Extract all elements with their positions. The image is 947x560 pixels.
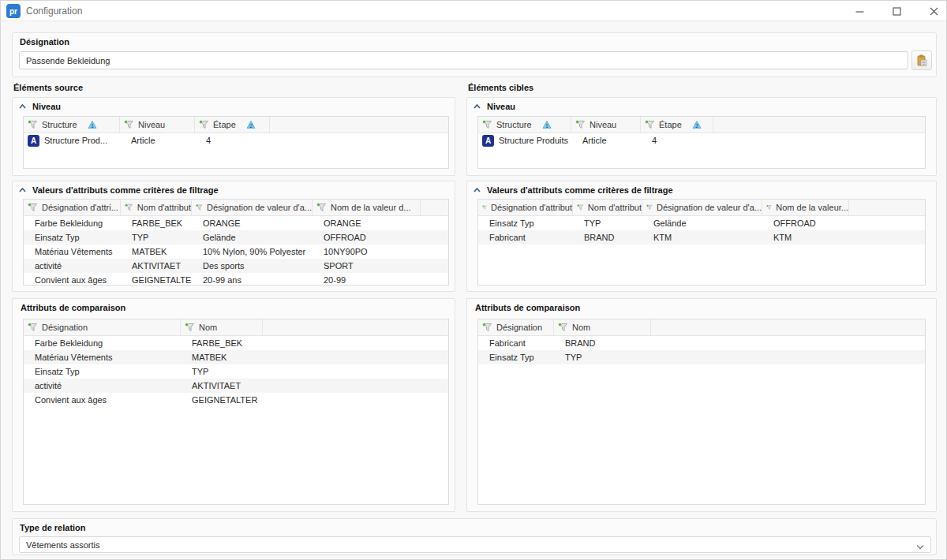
- relation-type-select[interactable]: Vêtements assortis: [19, 536, 931, 553]
- cell: 20-99: [313, 275, 421, 285]
- source-filter-header[interactable]: Valeurs d'attributs comme critères de fi…: [13, 181, 455, 199]
- column-header-label: Désignation d'attri...: [42, 203, 118, 212]
- cell-niveau: Article: [571, 136, 641, 145]
- column-header-label: Nom: [199, 323, 217, 332]
- filter-funnel-icon: [645, 120, 655, 129]
- filter-funnel-icon: [482, 323, 492, 332]
- source-niveau-header[interactable]: Niveau: [13, 98, 455, 115]
- cell: AKTIVITAET: [181, 381, 263, 390]
- column-header-label: Nom d'attribut: [588, 203, 642, 212]
- table-row[interactable]: Farbe Bekleidung FARBE_BEK: [24, 336, 448, 350]
- cell: Einsatz Typ: [24, 233, 121, 242]
- column-header-label: Désignation: [42, 323, 88, 332]
- minimize-icon: [855, 7, 864, 16]
- cell: BRAND: [554, 338, 651, 348]
- table-header-row: Structure 1 Niveau Étape 2: [478, 117, 925, 133]
- close-icon: [930, 7, 938, 16]
- column-header[interactable]: Nom d'attribut: [121, 200, 192, 215]
- table-row[interactable]: Farbe Bekleidung FARBE_BEK ORANGE ORANGE: [24, 216, 448, 230]
- table-row[interactable]: Einsatz Typ TYP Gelände OFFROAD: [24, 230, 448, 245]
- table-header-row: Désignation d'attri... Nom d'attribut Dé…: [24, 200, 448, 216]
- cell: Einsatz Typ: [478, 353, 554, 362]
- column-header[interactable]: Désignation: [24, 319, 181, 335]
- source-column-title: Éléments source: [13, 83, 83, 92]
- column-header[interactable]: Désignation de valeur d'a...: [192, 200, 313, 215]
- column-header[interactable]: Nom d'attribut: [573, 200, 642, 215]
- cell: ORANGE: [192, 218, 313, 228]
- table-row[interactable]: Convient aux âges GEIGNETALTER: [24, 393, 448, 407]
- collapse-chevron-icon: [19, 104, 26, 109]
- table-row[interactable]: Einsatz Typ TYP: [478, 350, 925, 364]
- target-comparison-title: Attributs de comparaison: [475, 303, 580, 312]
- column-header[interactable]: Nom: [554, 319, 651, 335]
- cell: Convient aux âges: [24, 395, 181, 405]
- collapse-chevron-icon: [474, 104, 481, 109]
- column-header-etape[interactable]: Étape 2: [641, 117, 713, 133]
- filter-funnel-icon: [482, 120, 492, 129]
- source-comparison-panel: Attributs de comparaison Désignation Nom…: [12, 298, 455, 512]
- source-niveau-table: Structure 1 Niveau Étape 2 AStructure Pr…: [23, 116, 449, 169]
- column-header-niveau[interactable]: Niveau: [120, 117, 195, 133]
- column-header-label: Nom: [572, 323, 590, 332]
- designation-label: Désignation: [20, 37, 69, 47]
- table-row[interactable]: activité AKTIVITAET: [24, 379, 448, 393]
- column-header-etape[interactable]: Étape 2: [195, 117, 270, 133]
- filter-funnel-icon: [316, 203, 327, 212]
- target-niveau-header[interactable]: Niveau: [467, 98, 936, 115]
- column-header[interactable]: Désignation de valeur d'a...: [642, 200, 762, 215]
- table-row[interactable]: Einsatz Typ TYP Gelände OFFROAD: [478, 216, 925, 230]
- column-header[interactable]: Nom de la valeur...: [762, 200, 849, 215]
- cell: Gelände: [642, 218, 762, 228]
- cell: KTM: [762, 233, 849, 242]
- paste-button[interactable]: [911, 50, 932, 70]
- table-row[interactable]: AStructure Prod... Article 4: [24, 133, 448, 147]
- table-row[interactable]: Matériau Vêtements MATBEK 10% Nylon, 90%…: [24, 245, 448, 259]
- cell: Farbe Bekleidung: [24, 338, 181, 348]
- clipboard-icon: [915, 54, 928, 67]
- cell: OFFROAD: [762, 218, 849, 228]
- maximize-icon: [893, 7, 901, 16]
- column-header[interactable]: Désignation d'attribut: [478, 200, 573, 215]
- filter-funnel-icon: [28, 120, 38, 129]
- column-header[interactable]: Désignation: [478, 319, 554, 335]
- column-header[interactable]: Nom de la valeur d...: [313, 200, 421, 215]
- column-header-label: Désignation: [496, 323, 542, 332]
- column-header-spacer: [651, 319, 925, 335]
- maximize-button[interactable]: [890, 5, 903, 17]
- table-row[interactable]: AStructure Produits Article 4: [478, 133, 925, 147]
- column-header[interactable]: Nom: [181, 319, 263, 335]
- sort-rank-icon: 1: [88, 121, 97, 129]
- target-filter-header[interactable]: Valeurs d'attributs comme critères de fi…: [467, 181, 936, 199]
- cell: AKTIVITAET: [121, 261, 192, 271]
- close-button[interactable]: [927, 5, 940, 17]
- cell: Gelände: [192, 233, 313, 242]
- table-header-row: Désignation Nom: [24, 319, 448, 336]
- table-row[interactable]: Convient aux âges GEIGNETALTER 20-99 ans…: [24, 273, 448, 286]
- svg-text:2: 2: [249, 123, 253, 129]
- table-row[interactable]: Einsatz Typ TYP: [24, 364, 448, 379]
- source-comparison-header: Attributs de comparaison: [13, 299, 455, 316]
- cell: MATBEK: [121, 247, 192, 256]
- minimize-button[interactable]: [853, 5, 866, 17]
- column-header-niveau[interactable]: Niveau: [571, 117, 641, 133]
- cell: OFFROAD: [313, 233, 421, 242]
- svg-text:1: 1: [91, 123, 94, 129]
- table-row[interactable]: Fabricant BRAND KTM KTM: [478, 230, 925, 245]
- designation-input[interactable]: Passende Bekleidung: [19, 51, 908, 69]
- column-header[interactable]: Désignation d'attri...: [24, 200, 121, 215]
- structure-type-icon: A: [482, 135, 494, 147]
- table-row[interactable]: activité AKTIVITAET Des sports SPORT: [24, 259, 448, 273]
- column-header-structure[interactable]: Structure 1: [24, 117, 120, 133]
- configuration-window: pr Configuration Désignation Passende Be…: [0, 0, 947, 560]
- source-filter-table: Désignation d'attri... Nom d'attribut Dé…: [23, 199, 449, 286]
- filter-funnel-icon: [28, 323, 38, 332]
- chevron-down-icon: [916, 542, 924, 551]
- column-header-structure[interactable]: Structure 1: [478, 117, 571, 133]
- table-row[interactable]: Matériau Vêtements MATBEK: [24, 350, 448, 364]
- column-header-label: Désignation de valeur d'a...: [207, 203, 312, 212]
- column-header-label: Nom d'attribut: [137, 203, 191, 212]
- column-header-spacer: [421, 200, 448, 215]
- cell: FARBE_BEK: [181, 338, 263, 348]
- table-row[interactable]: Fabricant BRAND: [478, 336, 925, 350]
- cell: GEIGNETALTER: [181, 395, 263, 405]
